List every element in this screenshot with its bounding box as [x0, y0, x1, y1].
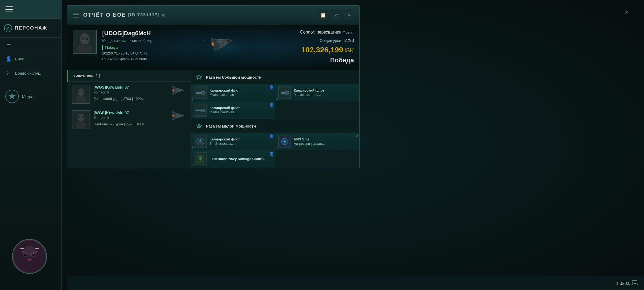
svg-point-42 [78, 114, 84, 121]
high-power-grid: Калдарский флот Малая ракетная... 1 👤 [191, 84, 359, 119]
battle-left-info: [UDOG]Dag6McH Мощность варп-помех: 0 ед.… [102, 30, 152, 65]
svg-point-11 [80, 33, 90, 45]
battle-info: [UDOG]Dag6McH Мощность варп-помех: 0 ед.… [67, 24, 359, 70]
svg-point-18 [204, 40, 205, 41]
warp-stat: Мощность варп-помех: 0 ед. [102, 38, 152, 43]
slot-item-title: Калдарский флот [210, 88, 272, 93]
clipboard-icon: 📋 [320, 12, 326, 18]
sidebar-header [0, 0, 61, 19]
svg-text:+: + [200, 158, 201, 160]
slot-number: 1 [276, 146, 278, 149]
slot-person-icon: 👤 [269, 134, 274, 138]
report-id: [ID:7351117] [128, 13, 160, 17]
panel-close-icon: × [347, 12, 350, 18]
slot-item-icon [278, 135, 291, 148]
persona-icon: ⊙ [4, 24, 12, 32]
sidebar-item-label: Боевой журн... [15, 71, 42, 75]
slot-item: Калдарский флот Малая ракетная... 1 👤 [191, 84, 275, 102]
svg-point-7 [27, 258, 32, 261]
clipboard-button[interactable]: 📋 [318, 10, 328, 20]
participants-title: Участники [73, 74, 94, 78]
participant-portrait [72, 85, 90, 104]
slot-item-icon [194, 104, 207, 117]
svg-point-36 [82, 91, 83, 92]
slot-item-info: Federation Navy Damage Control [210, 157, 272, 161]
svg-point-44 [79, 116, 80, 118]
sidebar-item-medals[interactable]: Меда... [0, 86, 61, 107]
low-power-header: Разъём малой мощности [191, 119, 359, 133]
participants-count: [1] [96, 74, 100, 78]
svg-point-6 [32, 254, 35, 256]
high-power-header: Разъём большой мощности [191, 70, 359, 84]
svg-point-59 [286, 92, 288, 94]
panel-header-left: ОТЧЁТ О БОЕ [ID:7351117] ⊞ [73, 12, 314, 18]
svg-point-64 [202, 109, 204, 111]
svg-rect-16 [188, 30, 264, 65]
high-power-title: Разъём большой мощности [206, 75, 261, 79]
hamburger-icon[interactable] [5, 6, 13, 12]
slot-number: 1 [276, 97, 278, 100]
panel-header-actions: 📋 ↗ × [318, 10, 354, 20]
svg-point-17 [193, 34, 194, 34]
low-power-grid: Калдарский флот Small установка... 1 👤 [191, 133, 359, 168]
participant-row: [WGS]Kowalski 07 Tornado II Наибольший у… [67, 107, 191, 133]
panel-title: ОТЧЁТ О БОЕ [ID:7351117] ⊞ [83, 12, 166, 18]
slot-item-info: MK9 Small микроварп-ускорит... [294, 137, 356, 146]
slot-person-icon: 👤 [269, 151, 274, 156]
ship-type: Condor: перехватчик [300, 30, 341, 35]
slot-item-icon [194, 86, 207, 99]
svg-point-76 [284, 141, 285, 142]
slot-item-title: Калдарский флот [210, 137, 272, 142]
participant-ship-image [170, 110, 186, 121]
app-close-button[interactable]: × [620, 5, 633, 19]
menu-icon: ☰ [5, 41, 12, 48]
medal-icon [5, 90, 19, 103]
medals-label: Меда... [22, 94, 35, 99]
slot-item: Калдарский флот Малая ракетная... 1 [275, 84, 359, 102]
copy-id-icon[interactable]: ⊞ [162, 13, 166, 17]
svg-point-35 [79, 91, 80, 92]
slot-item-info: Калдарский флот Малая ракетная... [294, 88, 356, 97]
slot-number: 1 [192, 97, 193, 100]
sidebar-item-biog[interactable]: 👤 Биог... [0, 52, 61, 66]
main-panel: ОТЧЁТ О БОЕ [ID:7351117] ⊞ 📋 ↗ × [67, 5, 360, 168]
slot-item-title: MK9 Small [294, 137, 356, 142]
svg-point-33 [78, 88, 84, 96]
avatar-face [13, 240, 46, 273]
ship-image [188, 30, 264, 65]
persona-nav[interactable]: ⊙ ПЕРСОНАЖ [0, 19, 61, 38]
slot-item-subtitle: Small установка... [210, 142, 272, 146]
slot-item-title: Калдарский флот [210, 106, 272, 110]
slot-item-subtitle: Малая ракетная... [294, 93, 356, 97]
sidebar-item-menu[interactable]: ☰ [0, 38, 61, 52]
participants-header: Участники [1] [67, 70, 191, 82]
low-power-title: Разъём малой мощности [206, 124, 256, 128]
isk-value: 102,326,199 [301, 46, 343, 54]
slot-item-icon [278, 86, 291, 99]
svg-point-13 [82, 38, 84, 40]
slot-item-title: Federation Navy Damage Control [210, 157, 272, 161]
filter-button[interactable] [629, 277, 640, 287]
low-power-section: Разъём малой мощности [191, 119, 359, 168]
svg-point-49 [172, 114, 174, 117]
slot-close-icon[interactable]: × [356, 134, 358, 138]
high-power-icon [195, 73, 203, 81]
participant-stats: Решающий удар | 2793 | 100% [94, 97, 167, 101]
ship-class: Фрегат [343, 30, 354, 34]
participant-ship: Tornado II [94, 90, 167, 94]
export-button[interactable]: ↗ [331, 10, 341, 20]
svg-point-45 [82, 116, 83, 118]
battle-right-info: Condor: перехватчик Фрегат Общий урон: 2… [300, 30, 354, 65]
panel-close-button[interactable]: × [344, 10, 354, 20]
slot-number: 1 [192, 163, 193, 166]
battle-portrait [73, 30, 97, 54]
svg-rect-60 [280, 93, 281, 93]
participant-row: [WGS]Kowalski 07 Tornado II Решающий уда… [67, 82, 191, 107]
battle-location: RE-C26 < Sphinx < Fountain [102, 57, 152, 61]
participants-panel: Участники [1] [WGS]Kowalski 07 Torna [67, 70, 191, 168]
panel-hamburger-icon[interactable] [73, 13, 79, 17]
svg-rect-65 [196, 110, 197, 111]
sidebar-item-battle[interactable]: ⚔ Боевой журн... [0, 66, 61, 80]
slots-panel: Разъём большой мощности [191, 70, 359, 168]
slot-item-title: Калдарский флот [294, 88, 356, 93]
